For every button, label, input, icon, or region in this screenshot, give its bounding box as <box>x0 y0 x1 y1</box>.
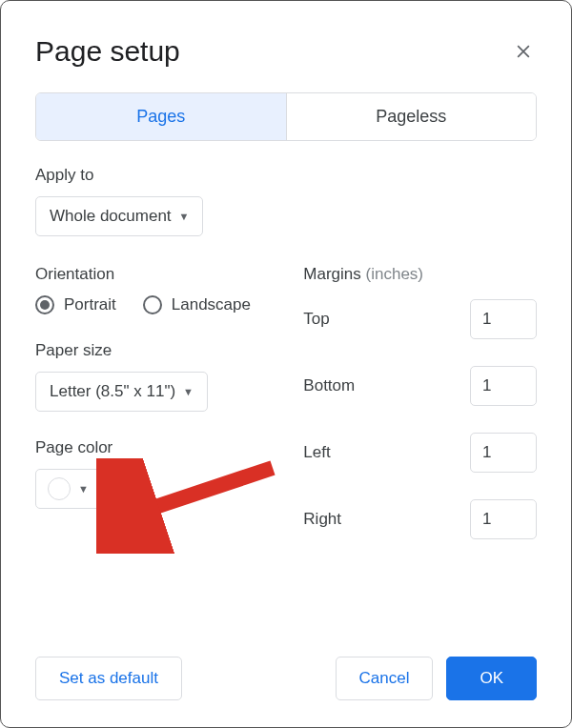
margin-left-input[interactable] <box>470 433 537 473</box>
orientation-options: Portrait Landscape <box>35 295 303 314</box>
right-column: Margins (inches) Top Bottom Left Right <box>303 265 537 566</box>
margin-right-input[interactable] <box>470 499 537 539</box>
tab-pageless[interactable]: Pageless <box>286 93 537 140</box>
ok-button[interactable]: OK <box>446 657 537 700</box>
page-color-label: Page color <box>35 438 303 457</box>
margin-bottom-row: Bottom <box>303 366 537 406</box>
margins-label: Margins (inches) <box>303 265 537 284</box>
margins-label-text: Margins <box>303 265 365 283</box>
margin-right-label: Right <box>303 510 341 529</box>
margin-top-label: Top <box>303 310 329 329</box>
apply-to-section: Apply to Whole document ▼ <box>35 166 537 236</box>
radio-icon <box>35 295 54 314</box>
apply-to-label: Apply to <box>35 166 537 185</box>
dialog-title: Page setup <box>35 35 180 68</box>
apply-to-value: Whole document <box>50 207 172 226</box>
portrait-label: Portrait <box>64 295 116 314</box>
margin-top-input[interactable] <box>470 299 537 339</box>
margin-right-row: Right <box>303 499 537 539</box>
margin-bottom-input[interactable] <box>470 366 537 406</box>
chevron-down-icon: ▼ <box>183 386 194 397</box>
margin-top-row: Top <box>303 299 537 339</box>
orientation-landscape[interactable]: Landscape <box>143 295 251 314</box>
right-buttons: Cancel OK <box>336 657 537 700</box>
margins-units-hint: (inches) <box>366 265 423 283</box>
main-columns: Orientation Portrait Landscape Paper siz… <box>35 265 537 566</box>
page-color-dropdown[interactable]: ▼ <box>35 469 101 509</box>
orientation-label: Orientation <box>35 265 303 284</box>
orientation-portrait[interactable]: Portrait <box>35 295 116 314</box>
set-default-button[interactable]: Set as default <box>35 657 182 700</box>
chevron-down-icon: ▼ <box>179 211 190 222</box>
margin-bottom-label: Bottom <box>303 376 355 395</box>
tab-pages[interactable]: Pages <box>36 93 286 140</box>
margin-left-label: Left <box>303 443 330 462</box>
left-column: Orientation Portrait Landscape Paper siz… <box>35 265 303 566</box>
landscape-label: Landscape <box>172 295 251 314</box>
close-icon <box>514 42 533 61</box>
color-swatch <box>48 477 71 500</box>
tab-bar: Pages Pageless <box>35 92 537 141</box>
margin-left-row: Left <box>303 433 537 473</box>
close-button[interactable] <box>510 38 537 65</box>
button-row: Set as default Cancel OK <box>35 657 537 700</box>
paper-size-dropdown[interactable]: Letter (8.5" x 11") ▼ <box>35 372 208 412</box>
chevron-down-icon: ▼ <box>78 483 89 495</box>
title-row: Page setup <box>35 35 537 68</box>
cancel-button[interactable]: Cancel <box>336 657 434 700</box>
page-setup-dialog: Page setup Pages Pageless Apply to Whole… <box>0 0 572 728</box>
radio-icon <box>143 295 162 314</box>
paper-size-value: Letter (8.5" x 11") <box>50 382 175 401</box>
apply-to-dropdown[interactable]: Whole document ▼ <box>35 196 203 236</box>
paper-size-label: Paper size <box>35 341 303 360</box>
